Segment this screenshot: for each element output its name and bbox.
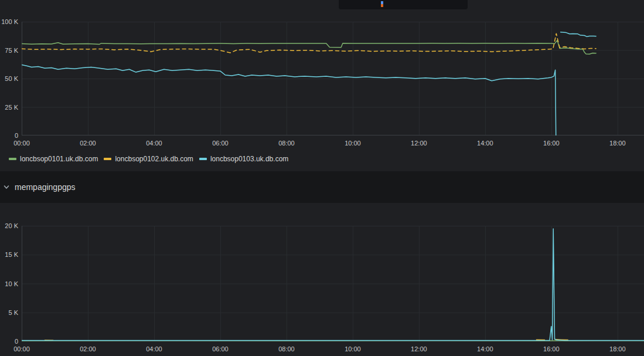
y-axis-tick-label: 0 bbox=[0, 132, 18, 140]
x-axis-tick-label: 18:00 bbox=[601, 345, 634, 353]
x-axis-tick-label: 12:00 bbox=[403, 345, 435, 353]
legend-series-swatch bbox=[9, 158, 16, 160]
x-axis-tick-label: 00:00 bbox=[5, 140, 38, 147]
x-axis-tick-label: 02:00 bbox=[71, 345, 104, 353]
row-header-mempagingpgps[interactable]: mempagingpgps bbox=[0, 182, 76, 192]
x-axis-tick-label: 16:00 bbox=[535, 345, 568, 353]
legend-item[interactable]: loncbsop0101.uk.db.com bbox=[9, 155, 98, 163]
legend-series-label: loncbsop0103.uk.db.com bbox=[210, 155, 288, 163]
series-line-loncbsop0103.uk.db.com bbox=[22, 229, 644, 341]
chart-canvas bbox=[22, 226, 644, 341]
series-line-loncbsop0101.uk.db.com bbox=[22, 40, 596, 55]
x-axis-tick-label: 14:00 bbox=[469, 140, 502, 147]
chevron-down-icon[interactable] bbox=[3, 184, 10, 191]
legend-series-label: loncbsop0102.uk.db.com bbox=[115, 155, 193, 163]
legend-series-swatch bbox=[104, 158, 111, 160]
x-axis-tick-label: 04:00 bbox=[138, 140, 171, 147]
y-axis-tick-label: 20 K bbox=[0, 222, 18, 230]
x-axis-tick-label: 18:00 bbox=[601, 140, 634, 147]
legend-item[interactable]: loncbsop0103.uk.db.com bbox=[199, 155, 288, 163]
x-axis-tick-label: 10:00 bbox=[336, 345, 369, 353]
x-axis-tick-label: 16:00 bbox=[535, 140, 568, 147]
x-axis-tick-label: 00:00 bbox=[5, 345, 38, 353]
legend-item[interactable]: loncbsop0102.uk.db.com bbox=[104, 155, 193, 163]
x-axis-tick-label: 06:00 bbox=[204, 345, 237, 353]
y-axis-tick-label: 10 K bbox=[0, 280, 18, 288]
y-axis-tick-label: 50 K bbox=[0, 75, 18, 83]
x-axis-tick-label: 10:00 bbox=[336, 140, 369, 147]
x-axis-tick-label: 08:00 bbox=[270, 140, 303, 147]
legend: loncbsop0101.uk.db.comloncbsop0102.uk.db… bbox=[9, 154, 288, 164]
panel-bottom-chart: 05 K10 K15 K20 K00:0002:0004:0006:0008:0… bbox=[0, 203, 644, 356]
y-axis-tick-label: 25 K bbox=[0, 104, 18, 111]
chart-canvas bbox=[22, 22, 644, 135]
x-axis-tick-label: 02:00 bbox=[71, 140, 104, 147]
y-axis-tick-label: 100 K bbox=[0, 18, 18, 26]
y-axis-tick-label: 5 K bbox=[0, 309, 18, 317]
series-line-loncbsop0103.uk.db.com bbox=[22, 32, 596, 135]
x-axis-tick-label: 14:00 bbox=[469, 345, 502, 353]
x-axis-tick-label: 04:00 bbox=[138, 345, 171, 353]
timeseries-chart-top: 025 K50 K75 K100 K00:0002:0004:0006:0008… bbox=[0, 0, 644, 171]
y-axis-tick-label: 0 bbox=[0, 338, 18, 345]
dashboard: 025 K50 K75 K100 K00:0002:0004:0006:0008… bbox=[0, 0, 644, 356]
timeseries-chart-bottom: 05 K10 K15 K20 K00:0002:0004:0006:0008:0… bbox=[0, 203, 644, 356]
dashboard-row: mempagingpgps bbox=[0, 171, 644, 203]
chart-plot-area[interactable] bbox=[22, 22, 644, 135]
row-title: mempagingpgps bbox=[15, 182, 76, 192]
x-axis-tick-label: 06:00 bbox=[204, 140, 237, 147]
x-axis-tick-label: 12:00 bbox=[403, 140, 435, 147]
y-axis-tick-label: 75 K bbox=[0, 47, 18, 55]
y-axis-tick-label: 15 K bbox=[0, 251, 18, 259]
x-axis-tick-label: 08:00 bbox=[270, 345, 303, 353]
chart-plot-area[interactable] bbox=[22, 226, 644, 341]
legend-series-label: loncbsop0101.uk.db.com bbox=[20, 155, 98, 163]
panel-top-chart: 025 K50 K75 K100 K00:0002:0004:0006:0008… bbox=[0, 0, 644, 171]
legend-series-swatch bbox=[199, 158, 207, 160]
